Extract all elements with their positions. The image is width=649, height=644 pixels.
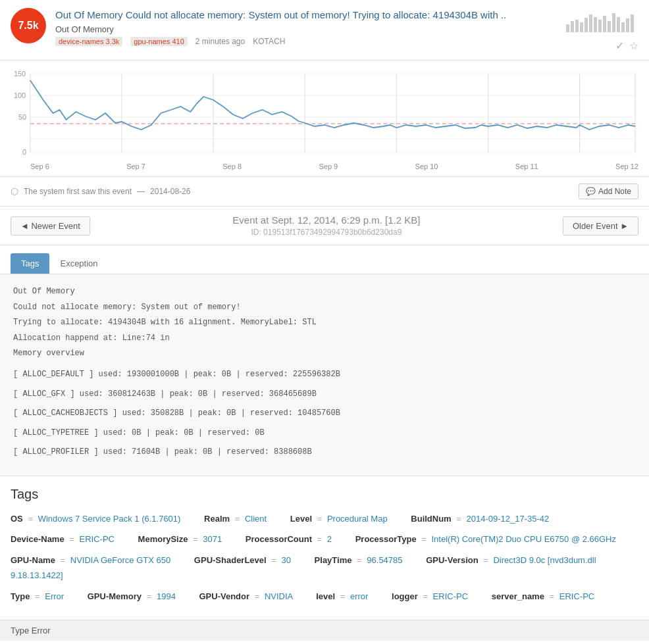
tag-buildnum-value[interactable]: 2014-09-12_17-35-42 (467, 514, 550, 524)
event-label: Event at Sept. 12, 2014, 6:29 p.m. [1.2 … (232, 214, 420, 226)
tag-realm-label: Realm (204, 514, 230, 524)
star-icon[interactable]: ☆ (629, 39, 638, 52)
header-meta: device-names 3.3k gpu-names 410 2 minute… (55, 37, 559, 46)
tag-devicename-label: Device-Name (11, 534, 65, 544)
tag-row-3: GPU-Name = NVIDIA GeForce GTX 650 GPU-Sh… (11, 553, 638, 583)
chart-x-labels: Sep 6 Sep 7 Sep 8 Sep 9 Sep 10 Sep 11 Se… (11, 161, 638, 170)
tag-gpushaderlevel-label: GPU-ShaderLevel (194, 555, 267, 565)
event-time: 2 minutes ago (195, 37, 245, 46)
event-title: Out Of Memory Could not allocate memory:… (55, 8, 559, 22)
content-box: Out Of Memory Could not allocate memory:… (0, 274, 649, 476)
svg-rect-11 (617, 17, 620, 32)
alloc-line-2: [ ALLOC_GFX ] used: 360812463B | peak: 0… (13, 387, 636, 402)
device-names-tag[interactable]: device-names 3.3k (55, 37, 122, 46)
add-note-button[interactable]: 💬 Add Note (579, 184, 638, 199)
footer-bar: Type Error (0, 620, 649, 641)
tag-gpushaderlevel-value[interactable]: 30 (282, 555, 291, 565)
tag-gpumemory-label: GPU-Memory (88, 591, 142, 601)
event-type: Out Of Memory (55, 24, 559, 34)
svg-rect-2 (575, 20, 579, 32)
tag-playtime-value[interactable]: 96.54785 (367, 555, 402, 565)
alloc-line-3: [ ALLOC_CACHEOBJECTS ] used: 350828B | p… (13, 407, 636, 421)
tag-logger-value[interactable]: ERIC-PC (433, 591, 468, 601)
tag-processorcount-value[interactable]: 2 (327, 534, 332, 544)
svg-rect-14 (631, 14, 634, 32)
tag-level-label: Level (290, 514, 312, 524)
svg-rect-7 (598, 20, 602, 32)
tag-level-label2: level (316, 591, 335, 601)
newer-event-button[interactable]: ◄ Newer Event (11, 216, 90, 235)
first-seen-left: ⬡ The system first saw this event — 2014… (11, 186, 190, 197)
first-seen-bar: ⬡ The system first saw this event — 2014… (0, 177, 649, 207)
svg-rect-9 (608, 21, 611, 32)
tag-gpuversion-label: GPU-Version (426, 555, 478, 565)
tabs-bar: Tags Exception (0, 245, 649, 274)
tags-section: Tags OS = Windows 7 Service Pack 1 (6.1.… (0, 476, 649, 620)
tag-gpuname-label: GPU-Name (11, 555, 55, 565)
tag-gpuvendor-label: GPU-Vendor (199, 591, 250, 601)
tag-os-value[interactable]: Windows 7 Service Pack 1 (6.1.7601) (38, 514, 181, 524)
tag-os-eq: = (28, 514, 33, 524)
event-nav: ◄ Newer Event Event at Sept. 12, 2014, 6… (0, 207, 649, 245)
content-line-3: Trying to allocate: 4194304B with 16 ali… (13, 316, 636, 330)
svg-text:150: 150 (14, 70, 26, 78)
event-center: Event at Sept. 12, 2014, 6:29 p.m. [1.2 … (232, 214, 420, 237)
event-count-badge: 7.5k (11, 8, 46, 43)
chart-section: 150 100 50 0 Sep 6 Sep 7 Sep 8 Sep 9 Sep… (0, 61, 649, 177)
x-label-sep12: Sep 12 (615, 162, 638, 170)
type-error-label: Type Error (11, 626, 51, 635)
svg-rect-6 (594, 17, 597, 32)
checkmark-icon[interactable]: ✓ (615, 39, 624, 52)
tab-exception[interactable]: Exception (49, 253, 108, 274)
svg-rect-1 (571, 21, 574, 32)
x-label-sep11: Sep 11 (515, 162, 538, 170)
device-names-label: device-names (59, 37, 103, 45)
tag-processortype-value[interactable]: Intel(R) Core(TM)2 Duo CPU E6750 @ 2.66G… (432, 534, 617, 544)
tag-devicename-value[interactable]: ERIC-PC (80, 534, 115, 544)
tag-gpuvendor-value[interactable]: NVIDIA (265, 591, 293, 601)
older-event-button[interactable]: Older Event ► (563, 216, 638, 235)
tag-buildnum-label: BuildNum (411, 514, 451, 524)
gpu-count: 410 (172, 37, 184, 45)
header-actions: ✓ ☆ (559, 8, 638, 52)
svg-rect-8 (603, 16, 606, 32)
svg-rect-5 (589, 14, 592, 32)
svg-text:100: 100 (14, 91, 26, 99)
svg-rect-10 (612, 13, 615, 32)
tag-realm-value[interactable]: Client (245, 514, 267, 524)
tag-memorysize-value[interactable]: 3071 (203, 534, 222, 544)
tag-level-value[interactable]: Procedural Map (327, 514, 388, 524)
tag-processortype-label: ProcessorType (355, 534, 417, 544)
svg-rect-4 (584, 18, 588, 32)
tag-gpuname-value[interactable]: NVIDIA GeForce GTX 650 (70, 555, 170, 565)
gpu-names-tag[interactable]: gpu-names 410 (130, 37, 187, 46)
tag-servername-value[interactable]: ERIC-PC (559, 591, 594, 601)
tag-type-value[interactable]: Error (45, 591, 64, 601)
content-line-5: Memory overview (13, 347, 636, 361)
action-icons: ✓ ☆ (615, 39, 638, 52)
tag-row-4: Type = Error GPU-Memory = 1994 GPU-Vendo… (11, 589, 638, 604)
event-user: KOTACH (253, 37, 285, 46)
device-count: 3.3k (106, 37, 120, 45)
alloc-line-1: [ ALLOC_DEFAULT ] used: 1930001000B | pe… (13, 368, 636, 382)
tag-processorcount-label: ProcessorCount (246, 534, 312, 544)
x-label-sep6: Sep 6 (30, 162, 49, 170)
tag-gpumemory-value[interactable]: 1994 (157, 591, 176, 601)
svg-text:50: 50 (18, 113, 26, 121)
svg-rect-12 (621, 22, 625, 32)
alloc-line-4: [ ALLOC_TYPETREE ] used: 0B | peak: 0B |… (13, 426, 636, 441)
tab-tags[interactable]: Tags (11, 253, 49, 274)
tag-row-1: OS = Windows 7 Service Pack 1 (6.1.7601)… (11, 511, 638, 526)
tag-level2-value[interactable]: error (350, 591, 368, 601)
x-label-sep7: Sep 7 (126, 162, 145, 170)
alloc-section: [ ALLOC_DEFAULT ] used: 1930001000B | pe… (13, 368, 636, 460)
svg-rect-0 (566, 24, 569, 32)
first-seen-date: 2014-08-26 (150, 187, 190, 196)
header-info: Out Of Memory Could not allocate memory:… (55, 8, 559, 46)
svg-rect-13 (626, 18, 629, 32)
x-label-sep10: Sep 10 (415, 162, 438, 170)
tag-playtime-label: PlayTime (315, 555, 352, 565)
tag-type-label: Type (11, 591, 30, 601)
tag-memorysize-label: MemorySize (138, 534, 188, 544)
event-id: ID: 019513f17673492994793b0b6d230da9 (232, 228, 420, 237)
